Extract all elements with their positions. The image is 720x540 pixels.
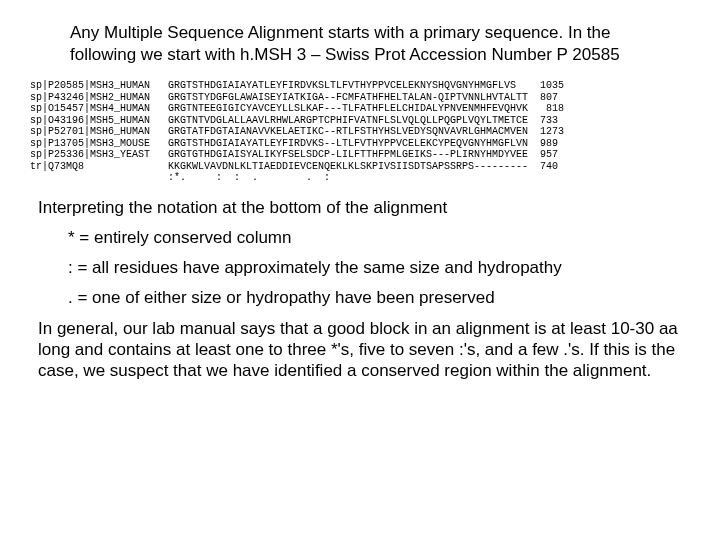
interpretation-heading: Interpreting the notation at the bottom … bbox=[38, 198, 690, 218]
legend-dot: . = one of either size or hydropathy hav… bbox=[68, 288, 690, 308]
alignment-block: sp|P20585|MSH3_HUMAN GRGTSTHDGIAIAYATLEY… bbox=[30, 80, 690, 184]
legend-star: * = entirely conserved column bbox=[68, 228, 690, 248]
legend-colon: : = all residues have approximately the … bbox=[68, 258, 690, 278]
intro-paragraph: Any Multiple Sequence Alignment starts w… bbox=[70, 22, 630, 66]
general-paragraph: In general, our lab manual says that a g… bbox=[38, 318, 686, 382]
